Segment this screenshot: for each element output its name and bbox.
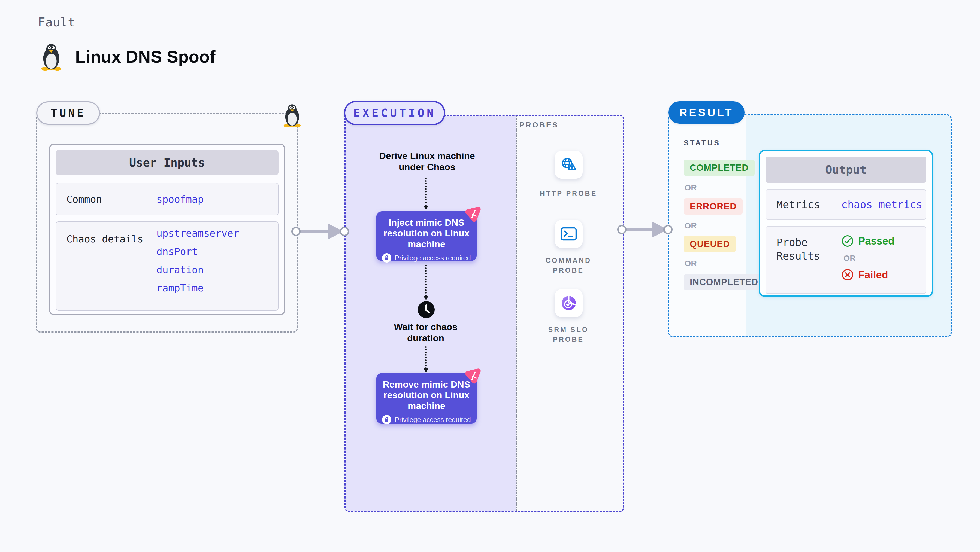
user-inputs-row-common: Common spoofmap	[56, 183, 278, 216]
slo-donut-check-icon	[560, 295, 577, 311]
execution-to-result-arrow	[625, 228, 655, 231]
chaos-spark-icon	[464, 367, 481, 385]
output-title: Output	[765, 157, 926, 183]
output-card: Output Metrics chaos metrics Probe Resul…	[759, 150, 933, 297]
or-separator: OR	[684, 183, 697, 192]
fault-kicker: Fault	[38, 15, 75, 29]
execution-badge: EXECUTION	[344, 101, 445, 125]
remove-step-title: Remove mimic DNS resolution on Linux mac…	[380, 379, 473, 411]
result-badge: RESULT	[668, 101, 745, 124]
srm-slo-probe-label: SRM SLO PROBE	[533, 325, 604, 344]
lock-icon	[382, 253, 391, 263]
derive-step-text: Derive Linux machine under Chaos	[374, 150, 480, 173]
row-label: Chaos details	[56, 222, 156, 244]
or-separator: OR	[684, 259, 697, 268]
tune-to-execution-arrow	[299, 230, 330, 233]
metrics-label: Metrics	[766, 198, 841, 211]
tux-penguin-icon	[40, 43, 63, 71]
probe-results-row: Probe Results Passed OR Failed	[765, 226, 926, 294]
status-badge-incompleted: INCOMPLETED	[684, 274, 764, 290]
probes-separator	[516, 116, 517, 511]
status-title: STATUS	[684, 139, 720, 148]
result-separator	[746, 116, 746, 336]
row-value-link: upstreamserver	[156, 224, 239, 243]
user-inputs-row-chaos-details: Chaos details upstreamserver dnsPort dur…	[56, 221, 278, 311]
flow-arrow-down	[425, 178, 426, 206]
probes-title: PROBES	[519, 121, 559, 129]
http-probe-label: HTTP PROBE	[533, 189, 604, 198]
command-probe-card	[555, 220, 583, 248]
connector-node	[291, 227, 301, 236]
globe-warning-icon	[560, 157, 578, 173]
page-title: Linux DNS Spoof	[75, 47, 215, 67]
privilege-note: Privilege access required	[395, 416, 471, 424]
fault-diagram-page: { "header": { "kicker": "Fault", "title"…	[0, 0, 980, 552]
passed-label: Passed	[858, 235, 894, 247]
terminal-icon	[560, 226, 577, 241]
metrics-value-link: chaos metrics	[841, 198, 922, 211]
flow-arrow-down	[425, 265, 426, 296]
flow-arrow-down	[425, 346, 426, 369]
check-circle-icon	[841, 235, 854, 247]
remove-step-box: Remove mimic DNS resolution on Linux mac…	[376, 373, 477, 424]
tune-badge: TUNE	[36, 101, 100, 125]
wait-step-text: Wait for chaos duration	[390, 321, 461, 344]
x-circle-icon	[841, 268, 854, 281]
status-badge-errored: ERRORED	[684, 198, 743, 214]
row-value-link: spoofmap	[156, 194, 204, 205]
command-probe-label: COMMAND PROBE	[533, 255, 604, 275]
status-badge-completed: COMPLETED	[684, 160, 755, 176]
chaos-spark-icon	[464, 206, 481, 224]
connector-node	[340, 227, 349, 236]
tux-penguin-icon	[282, 103, 302, 127]
lock-icon	[382, 415, 391, 424]
or-separator: OR	[843, 254, 894, 263]
user-inputs-card: User Inputs Common spoofmap Chaos detail…	[49, 144, 285, 315]
probe-results-label: Probe Results	[766, 227, 841, 263]
status-badge-queued: QUEUED	[684, 236, 736, 252]
http-probe-card	[555, 151, 583, 179]
privilege-note: Privilege access required	[395, 254, 471, 262]
or-separator: OR	[684, 221, 697, 230]
failed-label: Failed	[858, 269, 888, 281]
row-value-link: duration	[156, 261, 239, 279]
srm-slo-probe-card	[555, 289, 583, 317]
inject-step-box: Inject mimic DNS resolution on Linux mac…	[376, 211, 477, 261]
clock-icon	[418, 301, 435, 318]
metrics-row: Metrics chaos metrics	[765, 189, 926, 220]
row-label: Common	[56, 194, 156, 205]
row-value-link: rampTime	[156, 279, 239, 297]
connector-node	[663, 225, 673, 234]
inject-step-title: Inject mimic DNS resolution on Linux mac…	[380, 217, 473, 249]
user-inputs-title: User Inputs	[56, 150, 278, 175]
connector-node	[617, 225, 627, 234]
row-value-link: dnsPort	[156, 243, 239, 261]
